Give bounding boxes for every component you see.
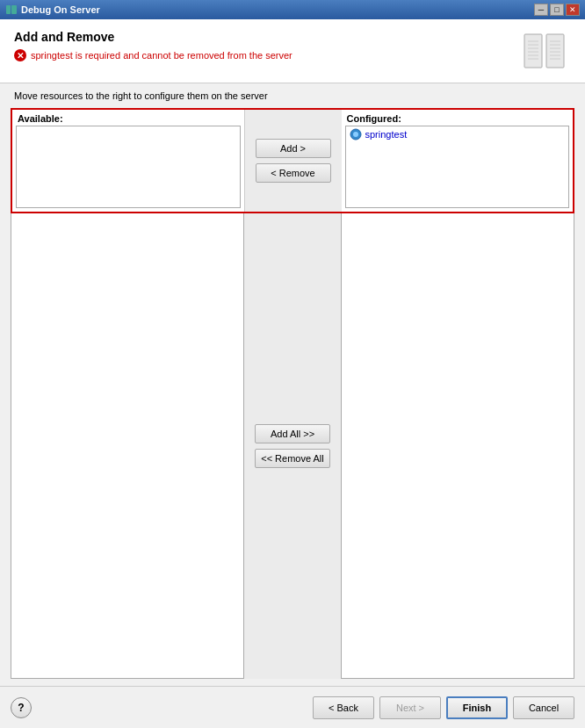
header-icon-area bbox=[518, 30, 571, 72]
configured-label: Configured: bbox=[342, 110, 574, 126]
add-all-button[interactable]: Add All >> bbox=[255, 424, 330, 443]
dialog: Add and Remove ✕ springtest is required … bbox=[0, 19, 585, 728]
instruction-text: Move resources to the right to configure… bbox=[0, 83, 585, 108]
minimize-button[interactable]: ─ bbox=[534, 4, 548, 16]
add-button[interactable]: Add > bbox=[256, 139, 331, 158]
footer: ? < Back Next > Finish Cancel bbox=[0, 686, 585, 728]
svg-point-17 bbox=[353, 132, 358, 137]
server-icon bbox=[523, 32, 567, 69]
bottom-section: Add All >> << Remove All bbox=[11, 213, 574, 679]
main-content: Available: Add > < Remove Configured: sp… bbox=[0, 108, 585, 686]
header-error: ✕ springtest is required and cannot be r… bbox=[14, 49, 518, 61]
close-button[interactable]: ✕ bbox=[566, 4, 580, 16]
configured-list-top[interactable]: springtest bbox=[345, 126, 570, 208]
maximize-button[interactable]: □ bbox=[550, 4, 564, 16]
available-list-top[interactable] bbox=[16, 126, 241, 208]
window-icon bbox=[5, 4, 18, 16]
title-bar-buttons: ─ □ ✕ bbox=[534, 4, 580, 16]
back-button[interactable]: < Back bbox=[313, 696, 374, 719]
top-panel-area: Available: Add > < Remove Configured: sp… bbox=[11, 108, 574, 213]
svg-rect-2 bbox=[524, 34, 542, 68]
bottom-button-column: Add All >> << Remove All bbox=[244, 213, 341, 679]
configured-list-bottom[interactable] bbox=[341, 213, 574, 679]
dialog-title: Add and Remove bbox=[14, 30, 518, 44]
next-button[interactable]: Next > bbox=[379, 696, 441, 719]
help-button[interactable]: ? bbox=[11, 697, 32, 718]
svg-rect-0 bbox=[6, 5, 11, 14]
remove-button[interactable]: < Remove bbox=[256, 163, 331, 183]
available-label: Available: bbox=[12, 110, 244, 126]
cancel-button[interactable]: Cancel bbox=[513, 696, 574, 719]
header-area: Add and Remove ✕ springtest is required … bbox=[0, 19, 585, 83]
configured-item-name: springtest bbox=[365, 129, 408, 140]
remove-all-button[interactable]: << Remove All bbox=[255, 449, 330, 468]
svg-rect-9 bbox=[546, 34, 564, 68]
svg-rect-1 bbox=[11, 5, 17, 14]
footer-left: ? bbox=[11, 697, 32, 718]
title-bar: Debug On Server ─ □ ✕ bbox=[0, 0, 585, 19]
header-left: Add and Remove ✕ springtest is required … bbox=[14, 30, 518, 61]
configured-item[interactable]: springtest bbox=[346, 126, 569, 142]
available-list-bottom[interactable] bbox=[11, 213, 244, 679]
configured-panel-top: Configured: springtest bbox=[342, 110, 574, 212]
footer-right: < Back Next > Finish Cancel bbox=[313, 696, 574, 719]
error-message: springtest is required and cannot be rem… bbox=[31, 50, 292, 61]
window-title: Debug On Server bbox=[21, 4, 534, 15]
error-icon: ✕ bbox=[14, 49, 26, 61]
finish-button[interactable]: Finish bbox=[446, 696, 508, 719]
top-button-column: Add > < Remove bbox=[245, 110, 342, 212]
available-panel-top: Available: bbox=[12, 110, 245, 212]
